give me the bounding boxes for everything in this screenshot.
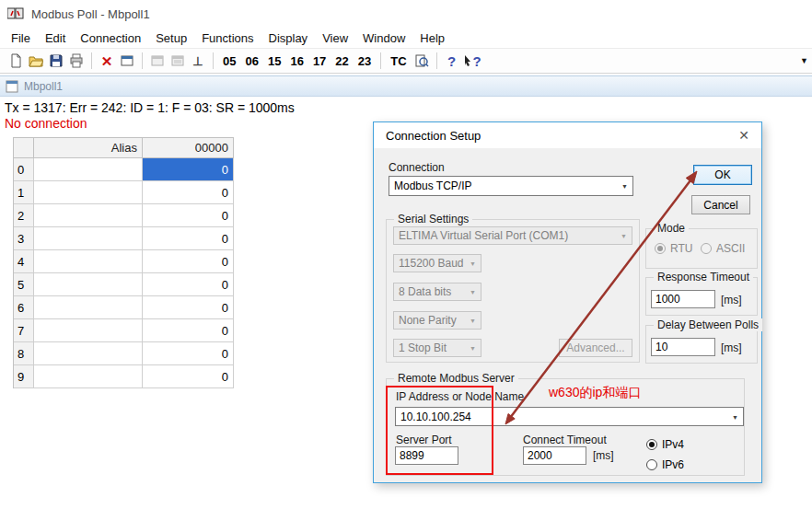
- ok-button[interactable]: OK: [693, 165, 752, 185]
- toolbar-separator: [436, 52, 437, 69]
- new-file-button[interactable]: [6, 51, 26, 71]
- single-poll-button[interactable]: ⊥: [188, 51, 208, 71]
- function-17-button[interactable]: 17: [308, 52, 331, 70]
- help-button[interactable]: ?: [442, 51, 462, 71]
- server-port-input[interactable]: 8899: [395, 446, 458, 465]
- function-23-button[interactable]: 23: [354, 52, 376, 70]
- test-center-button[interactable]: TC: [386, 52, 411, 70]
- menu-connection[interactable]: Connection: [73, 29, 148, 47]
- ipv6-radio[interactable]: IPv6: [646, 458, 684, 471]
- corner-header-cell[interactable]: [14, 138, 34, 158]
- radio-icon: [646, 439, 657, 450]
- value-cell[interactable]: 0: [143, 296, 234, 319]
- serial-port-value: ELTIMA Virtual Serial Port (COM1): [399, 229, 568, 242]
- window-title: Modbus Poll - Mbpoll1: [31, 7, 150, 21]
- child-titlebar[interactable]: Mbpoll1: [0, 76, 812, 97]
- alias-cell[interactable]: [34, 319, 143, 342]
- grid-row: 60: [14, 296, 234, 319]
- row-header-cell[interactable]: 5: [14, 273, 34, 296]
- new-file-icon: [8, 53, 23, 68]
- function-15-button[interactable]: 15: [263, 52, 285, 70]
- function-06-button[interactable]: 06: [240, 52, 262, 70]
- menu-window[interactable]: Window: [355, 29, 412, 47]
- toolbar-separator: [213, 52, 214, 69]
- register-header-cell[interactable]: 00000: [143, 138, 234, 158]
- row-header-cell[interactable]: 3: [14, 227, 34, 250]
- traffic-monitor-button[interactable]: [412, 51, 432, 71]
- row-header-cell[interactable]: 6: [14, 296, 34, 319]
- disconnect-button[interactable]: ✕: [97, 51, 117, 71]
- window-icon: [120, 53, 134, 68]
- toolbar-overflow-icon[interactable]: ▼: [800, 56, 808, 65]
- row-header-cell[interactable]: 4: [14, 250, 34, 273]
- alias-cell[interactable]: [34, 273, 143, 296]
- function-16-button[interactable]: 16: [285, 52, 307, 70]
- connection-type-select[interactable]: Modbus TCP/IP ▼: [389, 176, 633, 196]
- alias-cell[interactable]: [34, 365, 143, 388]
- function-22-button[interactable]: 22: [331, 52, 353, 70]
- delete-x-icon: ✕: [101, 54, 113, 68]
- menu-setup[interactable]: Setup: [148, 29, 194, 47]
- value-cell[interactable]: 0: [143, 365, 234, 388]
- function-05-button[interactable]: 05: [218, 52, 240, 70]
- alias-cell[interactable]: [34, 227, 143, 250]
- menu-display[interactable]: Display: [261, 29, 316, 47]
- alias-cell[interactable]: [34, 158, 143, 181]
- grid-row: 70: [14, 319, 234, 342]
- value-cell[interactable]: 0: [143, 273, 234, 296]
- menu-help[interactable]: Help: [412, 29, 452, 47]
- ip-address-value: 10.10.100.254: [400, 411, 471, 423]
- connect-timeout-value: 2000: [528, 449, 552, 462]
- response-timeout-value: 1000: [655, 293, 680, 306]
- radio-icon: [701, 243, 712, 254]
- ip-address-input[interactable]: 10.10.100.254 ▼: [395, 407, 744, 426]
- titlebar[interactable]: Modbus Poll - Mbpoll1: [0, 0, 812, 28]
- alias-cell[interactable]: [34, 342, 143, 365]
- response-timeout-input[interactable]: 1000: [651, 290, 715, 308]
- delay-input[interactable]: 10: [651, 338, 715, 356]
- row-header-cell[interactable]: 0: [14, 158, 34, 181]
- data-bits-value: 8 Data bits: [399, 285, 451, 298]
- row-header-cell[interactable]: 8: [14, 342, 34, 365]
- open-file-button[interactable]: [26, 51, 46, 71]
- connect-timeout-unit: [ms]: [593, 449, 614, 462]
- alias-cell[interactable]: [34, 250, 143, 273]
- poll-definition-button[interactable]: [117, 51, 137, 71]
- alias-cell[interactable]: [34, 204, 143, 227]
- save-button[interactable]: [46, 51, 66, 71]
- registers-grid: Alias 00000 00102030405060708090: [13, 137, 234, 388]
- alias-cell[interactable]: [34, 296, 143, 319]
- menu-view[interactable]: View: [315, 29, 355, 47]
- menu-edit[interactable]: Edit: [38, 29, 73, 47]
- row-header-cell[interactable]: 9: [14, 365, 34, 388]
- value-cell[interactable]: 0: [143, 181, 234, 204]
- value-cell[interactable]: 0: [143, 319, 234, 342]
- menu-file[interactable]: File: [4, 29, 38, 47]
- delay-unit: [ms]: [721, 341, 742, 354]
- ipv4-radio[interactable]: IPv4: [646, 438, 684, 451]
- stop-bits-select: 1 Stop Bit ▼: [393, 339, 481, 357]
- alias-cell[interactable]: [34, 181, 143, 204]
- chevron-down-icon: ▼: [732, 413, 738, 420]
- value-cell[interactable]: 0: [143, 250, 234, 273]
- value-cell[interactable]: 0: [143, 227, 234, 250]
- cancel-button[interactable]: Cancel: [691, 195, 750, 214]
- alias-header-cell[interactable]: Alias: [34, 138, 143, 158]
- row-header-cell[interactable]: 1: [14, 181, 34, 204]
- value-cell[interactable]: 0: [143, 158, 234, 181]
- annotation-label: w630的ip和端口: [549, 385, 641, 401]
- toolbar: ✕ ⊥ 05 06 15: [0, 48, 812, 74]
- value-cell[interactable]: 0: [143, 342, 234, 365]
- print-button[interactable]: [66, 51, 87, 71]
- dialog-titlebar[interactable]: Connection Setup ✕: [374, 122, 761, 148]
- value-cell[interactable]: 0: [143, 204, 234, 227]
- context-help-button[interactable]: ?: [462, 51, 482, 71]
- pin-icon: ⊥: [192, 54, 203, 68]
- connect-timeout-input[interactable]: 2000: [523, 446, 586, 465]
- menu-functions[interactable]: Functions: [194, 29, 261, 47]
- close-icon[interactable]: ✕: [738, 128, 749, 143]
- row-header-cell[interactable]: 7: [14, 319, 34, 342]
- mode-label: Mode: [654, 222, 689, 235]
- cursor-arrow-icon: [463, 54, 472, 67]
- row-header-cell[interactable]: 2: [14, 204, 34, 227]
